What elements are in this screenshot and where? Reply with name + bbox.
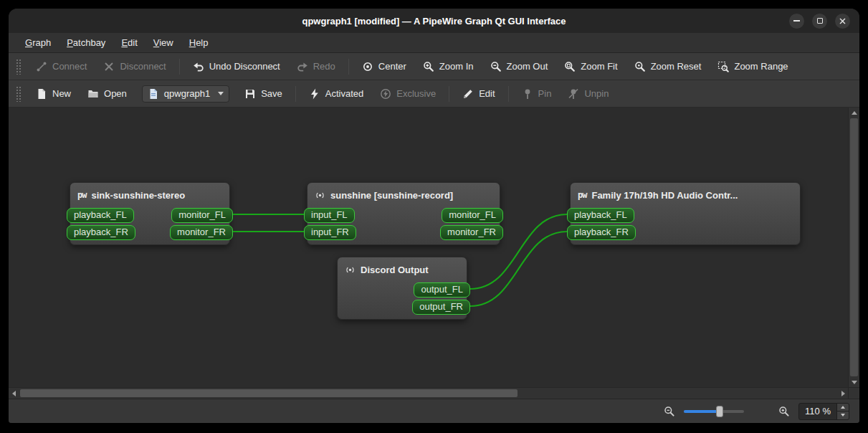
horizontal-scrollbar[interactable] [9,387,848,399]
redo-button[interactable]: Redo [290,57,343,76]
zoom-slider-track [684,410,744,413]
port-monitor-fr[interactable]: monitor_FR [170,225,233,240]
scroll-up-button[interactable] [849,108,859,118]
activated-label: Activated [325,88,363,99]
menu-graph[interactable]: Graph [19,35,57,50]
node-sunshine-record[interactable]: sunshine [sunshine-record] input_FL moni… [307,182,500,245]
session-select[interactable]: qpwgraph1 [142,85,229,103]
open-button[interactable]: Open [80,85,134,103]
node-family-hd-audio[interactable]: pw Family 17h/19h HD Audio Contr... play… [570,182,801,245]
port-playback-fr[interactable]: playback_FR [567,225,636,240]
port-playback-fl[interactable]: playback_FL [67,208,134,223]
menubar: Graph Patchbay Edit View Help [9,33,859,53]
port-input-fl[interactable]: input_FL [304,208,355,223]
save-label: Save [261,88,282,99]
toolbar-drag-handle[interactable] [16,59,22,75]
disconnect-button[interactable]: Disconnect [96,57,173,76]
scroll-down-button[interactable] [849,377,859,387]
toolbar-separator [449,86,449,102]
zoom-reset-button[interactable]: Zoom Reset [627,57,709,76]
arrow-down-icon [841,414,845,417]
node-title: Discord Output [338,257,467,282]
exclusive-icon [380,88,391,100]
exclusive-button[interactable]: Exclusive [373,85,443,103]
connect-icon [36,61,47,72]
toolbar-drag-handle[interactable] [16,86,22,102]
menu-view[interactable]: View [147,35,180,50]
zoom-out-small-icon[interactable] [664,406,675,417]
close-button[interactable] [835,14,850,29]
zoom-spin-up-button[interactable] [837,404,849,411]
titlebar[interactable]: qpwgraph1 [modified] — A PipeWire Graph … [9,9,859,33]
arrow-up-icon [852,111,857,115]
port-input-fr[interactable]: input_FR [304,225,356,240]
port-monitor-fl[interactable]: monitor_FL [171,208,233,223]
pipewire-icon: pw [77,190,86,200]
zoom-slider-fill [684,410,719,413]
undo-disconnect-button[interactable]: Undo Disconnect [186,57,287,76]
port-monitor-fr[interactable]: monitor_FR [440,225,503,240]
node-sink-sunshine-stereo[interactable]: pw sink-sunshine-stereo playback_FL moni… [70,182,230,245]
scrollbar-corner [848,387,859,399]
pin-button[interactable]: Pin [515,85,559,103]
edit-button[interactable]: Edit [455,85,502,103]
zoom-slider-handle[interactable] [716,406,723,417]
menu-patchbay[interactable]: Patchbay [60,35,112,50]
audio-app-icon [315,190,325,201]
port-output-fl[interactable]: output_FL [414,282,470,298]
horizontal-scrollbar-thumb[interactable] [20,389,518,397]
vertical-scrollbar[interactable] [848,108,859,387]
menu-edit[interactable]: Edit [115,35,143,50]
zoom-in-small-icon[interactable] [778,406,790,417]
zoom-in-button[interactable]: Zoom In [416,57,481,76]
window-controls [789,14,859,29]
vertical-scrollbar-thumb[interactable] [850,118,858,376]
activated-button[interactable]: Activated [302,85,371,103]
new-button[interactable]: New [29,85,78,103]
undo-icon [193,61,204,72]
zoom-out-button[interactable]: Zoom Out [483,57,555,76]
zoom-out-icon [490,61,502,72]
minimize-button[interactable] [789,14,804,29]
toolbar-separator [508,86,509,102]
zoom-slider[interactable] [684,405,744,418]
maximize-button[interactable] [812,14,827,29]
scroll-right-button[interactable] [838,388,848,399]
port-output-fr[interactable]: output_FR [412,300,470,315]
toolbar-separator [179,59,180,75]
node-discord-output[interactable]: Discord Output output_FL output_FR [337,257,467,320]
new-file-icon [36,88,47,100]
port-playback-fl[interactable]: playback_FL [567,208,634,223]
zoom-in-icon [423,61,434,72]
disconnect-icon [103,61,115,72]
save-button[interactable]: Save [237,85,290,103]
menu-help[interactable]: Help [183,35,215,50]
unpin-label: Unpin [584,88,609,99]
edit-pencil-icon [462,88,474,100]
graph-canvas[interactable]: pw sink-sunshine-stereo playback_FL moni… [9,108,848,387]
zoom-fit-button[interactable]: Zoom Fit [557,57,624,76]
unpin-button[interactable]: Unpin [561,85,616,103]
menu-view-label: View [153,37,173,48]
pin-icon [522,88,533,100]
zoom-spinbox[interactable]: 110 % [798,403,849,420]
zoom-spin-down-button[interactable] [837,411,849,419]
port-monitor-fl[interactable]: monitor_FL [442,208,503,223]
edit-label: Edit [479,88,495,99]
redo-icon [297,61,308,72]
center-button[interactable]: Center [355,57,414,76]
node-title-text: Discord Output [361,265,429,275]
statusbar: 110 % [9,399,859,423]
connections-layer [9,108,848,387]
zoom-fit-icon [564,61,576,72]
scroll-left-button[interactable] [9,388,19,399]
connect-button[interactable]: Connect [29,57,94,76]
close-icon [839,18,846,24]
zoom-range-button[interactable]: Zoom Range [710,57,795,76]
new-label: New [52,88,71,99]
zoom-range-label: Zoom Range [734,61,788,72]
menu-edit-label: Edit [121,37,137,48]
port-playback-fr[interactable]: playback_FR [67,225,135,240]
session-file-icon [148,88,159,100]
arrow-right-icon [841,391,845,396]
